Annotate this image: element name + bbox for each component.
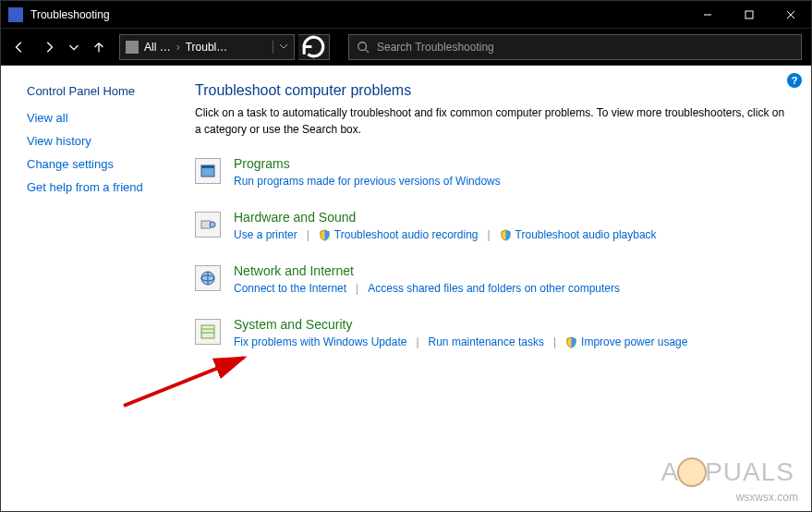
up-button[interactable]: [86, 34, 112, 60]
category-network: Network and Internet Connect to the Inte…: [195, 263, 791, 295]
category-system: System and Security Fix problems with Wi…: [195, 317, 791, 348]
address-dropdown-icon[interactable]: [273, 41, 288, 54]
shield-icon: [500, 229, 512, 241]
refresh-button[interactable]: [298, 34, 330, 60]
page-title: Troubleshoot computer problems: [195, 82, 791, 99]
window-title: Troubleshooting: [30, 8, 110, 21]
link-divider: |: [416, 335, 418, 348]
sidebar-item-view-history[interactable]: View history: [27, 134, 176, 148]
shield-icon: [565, 336, 577, 348]
titlebar: Troubleshooting: [1, 1, 811, 29]
link-divider: |: [356, 282, 358, 295]
content-body: Control Panel Home View all View history…: [1, 66, 811, 511]
control-panel-home-link[interactable]: Control Panel Home: [27, 84, 176, 98]
main-panel: Troubleshoot computer problems Click on …: [195, 66, 811, 511]
control-panel-window: Troubleshooting All: [0, 0, 812, 512]
category-title-system[interactable]: System and Security: [234, 317, 352, 332]
svg-rect-13: [201, 325, 214, 338]
breadcrumb-root[interactable]: All …: [144, 41, 171, 54]
maximize-button[interactable]: [728, 1, 770, 29]
category-hardware: Hardware and Sound Use a printer | Troub…: [195, 210, 791, 241]
link-divider: |: [307, 228, 309, 241]
svg-rect-7: [201, 165, 214, 168]
category-title-network[interactable]: Network and Internet: [234, 263, 354, 278]
titlebar-left: Troubleshooting: [8, 7, 110, 22]
window-controls: [686, 1, 811, 29]
watermark-logo: A PUALS: [661, 457, 794, 487]
link-connect-internet[interactable]: Connect to the Internet: [234, 282, 346, 295]
watermark-face-icon: [677, 457, 707, 487]
svg-rect-1: [745, 11, 753, 18]
link-audio-playback[interactable]: Troubleshoot audio playback: [515, 228, 657, 241]
system-icon: [195, 319, 221, 345]
breadcrumb-current[interactable]: Troubl…: [186, 41, 228, 54]
close-button[interactable]: [770, 1, 811, 29]
link-divider: |: [487, 228, 490, 241]
category-title-hardware[interactable]: Hardware and Sound: [234, 210, 356, 225]
recent-locations-button[interactable]: [66, 34, 82, 60]
minimize-button[interactable]: [686, 1, 728, 29]
svg-point-4: [358, 42, 367, 50]
watermark-text-right: PUALS: [705, 457, 794, 487]
category-programs: Programs Run programs made for previous …: [195, 156, 791, 188]
sidebar-item-view-all[interactable]: View all: [27, 111, 176, 125]
page-description: Click on a task to automatically trouble…: [195, 104, 786, 138]
search-placeholder: Search Troubleshooting: [377, 41, 494, 54]
location-icon: [126, 41, 139, 54]
hardware-icon: [195, 212, 221, 238]
shield-icon: [319, 229, 331, 241]
category-title-programs[interactable]: Programs: [234, 156, 290, 171]
address-bar[interactable]: All … › Troubl…: [119, 34, 295, 60]
side-panel: Control Panel Home View all View history…: [1, 66, 195, 511]
watermark-url: wsxwsx.com: [736, 491, 798, 504]
svg-line-5: [366, 49, 370, 53]
network-icon: [195, 265, 221, 291]
breadcrumb-separator-icon: ›: [176, 41, 180, 54]
link-windows-update[interactable]: Fix problems with Windows Update: [234, 335, 406, 348]
help-button[interactable]: ?: [787, 73, 802, 88]
link-power-usage[interactable]: Improve power usage: [581, 335, 687, 348]
sidebar-item-get-help[interactable]: Get help from a friend: [27, 180, 176, 194]
link-divider: |: [553, 335, 556, 348]
link-shared-files[interactable]: Access shared files and folders on other…: [368, 282, 620, 295]
search-icon: [357, 41, 370, 54]
app-icon: [8, 7, 23, 22]
navbar: All … › Troubl… Search Troubleshooting: [1, 29, 811, 66]
link-run-legacy-programs[interactable]: Run programs made for previous versions …: [234, 175, 501, 188]
search-input[interactable]: Search Troubleshooting: [348, 34, 802, 60]
svg-point-9: [210, 222, 215, 227]
link-use-printer[interactable]: Use a printer: [234, 228, 297, 241]
link-maintenance[interactable]: Run maintenance tasks: [429, 335, 544, 348]
forward-button[interactable]: [36, 34, 62, 60]
programs-icon: [195, 158, 221, 184]
back-button[interactable]: [6, 34, 32, 60]
sidebar-item-change-settings[interactable]: Change settings: [27, 157, 176, 171]
link-audio-recording[interactable]: Troubleshoot audio recording: [334, 228, 479, 241]
